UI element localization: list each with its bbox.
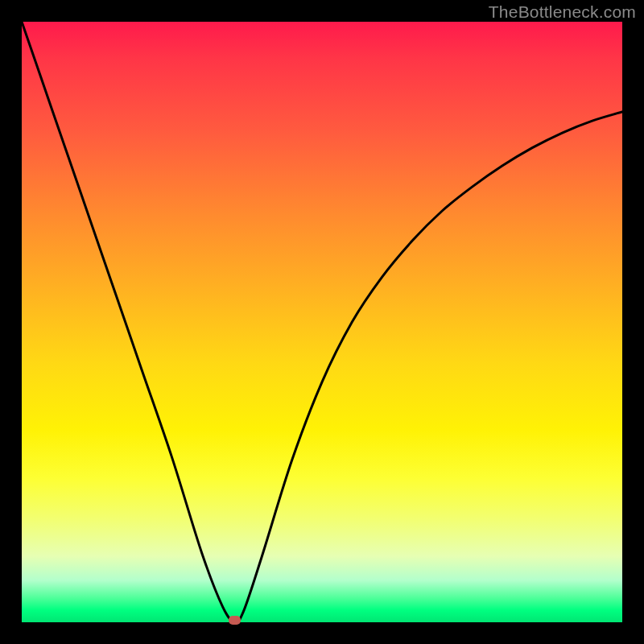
bottleneck-curve (22, 22, 622, 622)
watermark-text: TheBottleneck.com (489, 2, 636, 22)
plot-area (22, 22, 622, 622)
minimum-point-marker (229, 616, 241, 625)
chart-frame: TheBottleneck.com (0, 0, 644, 644)
